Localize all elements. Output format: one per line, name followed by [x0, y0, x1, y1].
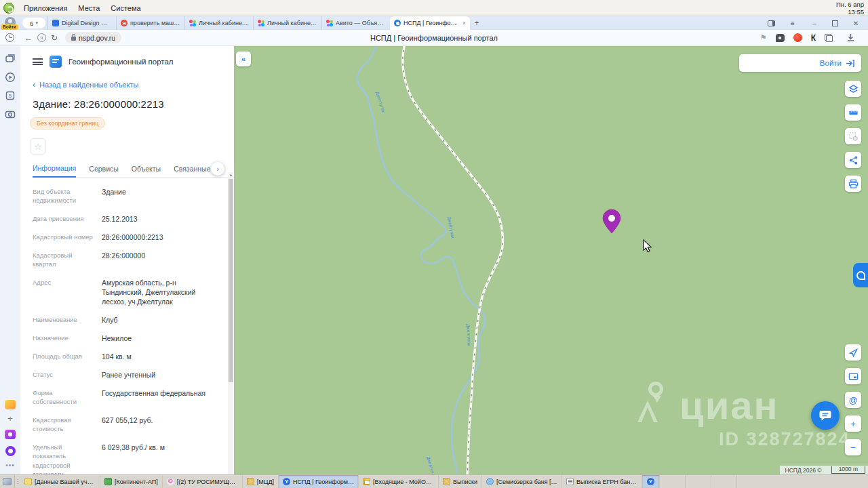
url-text: nspd.gov.ru: [79, 34, 115, 42]
task-account-data[interactable]: [Данные Вашей учет...: [20, 475, 100, 488]
field-row: СтатусРанее учтенный: [33, 365, 216, 384]
task-egrn-pdf[interactable]: Выписка ЕГРН баня.pdf: [562, 475, 642, 488]
tabs-scroll-right-button[interactable]: ›: [211, 162, 224, 176]
collapse-panel-button[interactable]: «: [236, 52, 251, 66]
window-list-applet[interactable]: [0, 475, 15, 488]
red-extension-icon[interactable]: [793, 33, 802, 42]
login-badge: Войти: [1, 24, 18, 30]
app-icon: [104, 478, 112, 485]
portal-logo-icon[interactable]: [50, 56, 62, 68]
task-nspd-active[interactable]: YНСПД | Геоинформац...: [279, 475, 359, 488]
print-button[interactable]: [845, 176, 861, 192]
menu-applications[interactable]: Приложения: [18, 0, 73, 16]
camera-icon[interactable]: [5, 108, 16, 119]
page-title: НСПД | Геоинформационный портал: [0, 34, 868, 42]
messenger-purple-icon[interactable]: [5, 430, 16, 439]
downloads-icon[interactable]: [846, 33, 855, 42]
map-tools-top: [845, 81, 861, 192]
nspd-logo-icon: [856, 271, 865, 280]
back-to-results-link[interactable]: ‹ Назад в найденные объекты: [33, 80, 234, 89]
ruler-button[interactable]: [845, 104, 861, 121]
add-panel-icon[interactable]: +: [7, 415, 13, 423]
panels-icon[interactable]: [5, 54, 16, 64]
river-label: Джелтулак: [374, 91, 387, 113]
map-login-button[interactable]: Войти: [739, 54, 861, 72]
history-icon[interactable]: [5, 33, 14, 42]
collections-icon[interactable]: [825, 34, 833, 42]
taskbar-empty-slot: [711, 475, 737, 488]
browser-menu-icon[interactable]: ≡: [789, 20, 797, 27]
pdf-icon: [566, 478, 574, 485]
taskbar-grip: ⋮: [15, 475, 20, 488]
tab-nspd-active[interactable]: НСПД | Геоинформа ×: [390, 16, 470, 30]
video-icon[interactable]: [5, 72, 16, 83]
alice-icon[interactable]: [5, 446, 16, 456]
new-tab-button[interactable]: +: [470, 16, 484, 30]
browser-toolbar: ← я ↻ nspd.gov.ru НСПД | Геоинформационн…: [0, 30, 868, 46]
share-button[interactable]: [845, 152, 861, 168]
minimize-button[interactable]: –: [810, 20, 818, 27]
distro-logo-icon[interactable]: [3, 3, 14, 14]
address-bar[interactable]: nspd.gov.ru: [65, 32, 121, 43]
task-mcd[interactable]: [МЦД]: [243, 475, 279, 488]
tab-services[interactable]: Сервисы: [89, 165, 119, 177]
profile-button[interactable]: Войти: [0, 16, 20, 30]
river-label: Джелтулак: [465, 324, 472, 346]
lock-icon: [71, 37, 76, 41]
tab-avito-list[interactable]: Авито — Объявления: [321, 16, 390, 30]
tab-objects[interactable]: Объекты: [132, 165, 161, 177]
avito-favicon: [258, 20, 264, 26]
task-semiozerka[interactable]: [Семиозерка баня [И...: [482, 475, 562, 488]
tab-information[interactable]: Информация: [33, 164, 76, 178]
task-kontinent-ap[interactable]: [Континент-АП]: [100, 475, 163, 488]
reload-icon[interactable]: ↻: [51, 33, 58, 43]
avito-favicon: [326, 20, 333, 26]
fields-list: Вид объекта недвижимостиЗдание Дата прис…: [20, 178, 234, 474]
tab-yandex-search[interactable]: Я проверить машину н: [116, 16, 184, 30]
nspd-side-tab[interactable]: [853, 263, 868, 287]
bookmark-flag-icon[interactable]: ⚑: [760, 33, 767, 42]
chevron-left-icon: ‹: [33, 80, 35, 89]
circled-badge-icon[interactable]: я: [37, 33, 46, 42]
menu-places[interactable]: Места: [73, 0, 105, 16]
panel-scrollbar-thumb[interactable]: [229, 179, 233, 382]
menu-system[interactable]: Система: [105, 0, 146, 16]
more-icon[interactable]: •••: [5, 462, 15, 469]
field-row: Форма собственностиГосударственная федер…: [33, 384, 216, 411]
object-marker[interactable]: [603, 209, 620, 233]
task-myoffice-inbox[interactable]: [Входящие - МойОфи...: [359, 475, 439, 488]
tab-avito-cabinet-2[interactable]: Личный кабинет - Об: [253, 16, 321, 30]
tab-avito-cabinet-1[interactable]: Личный кабинет - Об: [184, 16, 253, 30]
tab-digital-design[interactable]: Digital Design Web Cli: [47, 16, 116, 30]
browser-sidebar: 5 + •••: [0, 46, 20, 474]
system-clock[interactable]: Пн. 6 апр 13:55: [836, 1, 868, 16]
scrollbar-up-arrow[interactable]: ▲: [229, 172, 233, 178]
badge-5-icon[interactable]: 5: [5, 90, 16, 101]
task-tu-rosimushchestvo[interactable]: ©[(2) ТУ РОСИМУЩЕСТ...: [163, 475, 243, 488]
close-tab-icon[interactable]: ×: [461, 20, 466, 26]
tab-counter[interactable]: 6 ▾: [22, 18, 45, 28]
layers-button[interactable]: [845, 81, 861, 97]
yandex-tray-button[interactable]: Y: [642, 475, 660, 488]
task-vypiski-folder[interactable]: Выписки: [439, 475, 482, 488]
close-button[interactable]: ✕: [852, 20, 860, 27]
river-label: Джелтулак: [446, 216, 456, 239]
area-select-button[interactable]: [845, 128, 861, 144]
map-canvas[interactable]: Джелтулак Джелтулак Джелтулак Джелтулак …: [234, 46, 868, 474]
map-attribution: НСПД 2026 © 1000 m: [780, 466, 868, 474]
window-controls: ≡ – ✕: [768, 16, 868, 30]
field-row: АдресАмурская область, р-н Тындинский, Д…: [33, 273, 216, 310]
hamburger-menu-icon[interactable]: [33, 58, 43, 65]
app-icon: [486, 478, 494, 485]
taskbar-empty-slot: [660, 475, 686, 488]
kaspersky-icon[interactable]: К: [811, 33, 816, 43]
favorite-star-button[interactable]: ☆: [30, 138, 46, 155]
maximize-button[interactable]: [832, 20, 838, 26]
market-icon[interactable]: [5, 400, 16, 409]
locate-button[interactable]: [845, 344, 861, 361]
cian-watermark: циан ID 328727824: [637, 382, 861, 450]
messenger-extension-icon[interactable]: [776, 34, 785, 42]
back-icon[interactable]: ←: [24, 33, 33, 43]
field-row: Дата присвоения25.12.2013: [33, 209, 216, 228]
side-panel-icon[interactable]: [768, 20, 775, 26]
